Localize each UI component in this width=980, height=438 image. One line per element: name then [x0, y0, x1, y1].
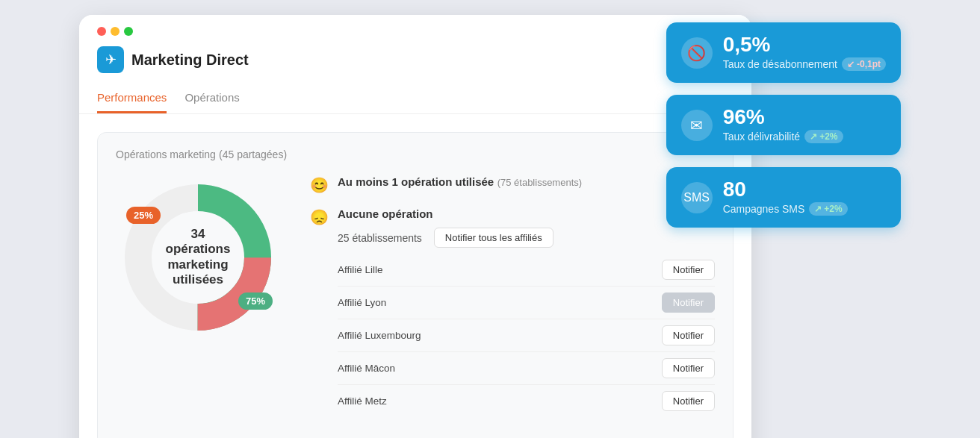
stat-label-row-0: Taux de désabonnement ↙ -0,1pt	[723, 57, 886, 71]
ops-emoji-1: 😞	[310, 208, 329, 226]
stat-icon-symbol-2: SMS	[683, 191, 710, 204]
stat-info-2: 80 Campagnes SMS ↗ +2%	[723, 179, 848, 216]
window-dots	[97, 27, 734, 36]
app-icon: ✈	[97, 46, 124, 73]
section-title-text: Opérations marketing	[116, 148, 216, 160]
trend-icon-2: ↗	[814, 204, 822, 214]
affiliate-name-0: Affilié Lille	[338, 264, 383, 275]
affiliate-row-2: Affilié Luxembourg Notifier	[338, 319, 715, 352]
ops-label-0: Au moins 1 opération utilisée	[338, 175, 494, 188]
affiliates-header: 25 établissements Notifier tous les affi…	[338, 228, 715, 248]
stat-number-1: 96%	[723, 107, 843, 128]
donut-center-text: 34 opérations marketing utilisées	[166, 227, 231, 287]
app-title: Marketing Direct	[131, 51, 249, 69]
ops-emoji-0: 😊	[310, 176, 329, 194]
notify-button-3[interactable]: Notifier	[662, 358, 715, 378]
tabs: Performances Opérations	[97, 84, 734, 113]
notify-button-4[interactable]: Notifier	[662, 391, 715, 411]
trend-value-1: +2%	[819, 131, 837, 142]
affiliate-name-2: Affilié Luxembourg	[338, 330, 421, 341]
ops-item-0: 😊 Au moins 1 opération utilisée (75 étab…	[310, 175, 715, 194]
notify-all-button[interactable]: Notifier tous les affiliés	[434, 228, 553, 248]
affiliate-row-3: Affilié Mâcon Notifier	[338, 352, 715, 385]
trend-value-2: +2%	[824, 204, 842, 214]
dot-yellow[interactable]	[111, 27, 120, 36]
section-subtitle: (45 partagées)	[219, 148, 287, 160]
ops-item-text-0: Au moins 1 opération utilisée (75 établi…	[338, 175, 582, 189]
badge-25: 25%	[126, 207, 161, 224]
notify-button-2[interactable]: Notifier	[662, 325, 715, 345]
stat-change-1: ↗ +2%	[804, 130, 843, 143]
stat-number-2: 80	[723, 179, 848, 200]
stat-icon-1: ✉	[681, 110, 713, 141]
section-card: Opérations marketing (45 partagées)	[97, 132, 734, 438]
dot-green[interactable]	[124, 27, 133, 36]
trend-value-0: -0,1pt	[857, 59, 881, 69]
section-title: Opérations marketing (45 partagées)	[116, 148, 715, 160]
stat-info-1: 96% Taux délivrabilité ↗ +2%	[723, 107, 843, 143]
stat-label-row-2: Campagnes SMS ↗ +2%	[723, 202, 848, 216]
affiliate-row-0: Affilié Lille Notifier	[338, 254, 715, 287]
floating-cards: 🚫 0,5% Taux de désabonnement ↙ -0,1pt ✉ …	[666, 22, 901, 228]
stat-number-0: 0,5%	[723, 34, 886, 55]
affiliate-name-1: Affilié Lyon	[338, 297, 386, 308]
main-card: ✈ Marketing Direct Performances Opératio…	[79, 15, 751, 438]
stat-label-0: Taux de désabonnement	[723, 58, 837, 70]
notify-button-1: Notifier	[662, 292, 715, 313]
content-row: 34 opérations marketing utilisées 25% 75…	[116, 175, 715, 431]
affiliates-count: 25 établissements	[338, 232, 422, 244]
content: Opérations marketing (45 partagées)	[79, 114, 751, 438]
stat-label-2: Campagnes SMS	[723, 203, 805, 215]
dot-red[interactable]	[97, 27, 106, 36]
affiliates-section: 25 établissements Notifier tous les affi…	[338, 228, 715, 417]
stat-change-0: ↙ -0,1pt	[842, 57, 886, 71]
stat-icon-0: 🚫	[681, 37, 713, 69]
ops-item-text-1: Aucune opération 25 établissements Notif…	[338, 207, 715, 417]
stat-change-2: ↗ +2%	[809, 202, 847, 216]
affiliate-row-1: Affilié Lyon Notifier	[338, 287, 715, 319]
app-icon-symbol: ✈	[105, 51, 117, 68]
stat-label-row-1: Taux délivrabilité ↗ +2%	[723, 130, 843, 143]
tab-operations[interactable]: Opérations	[184, 84, 239, 113]
stat-info-0: 0,5% Taux de désabonnement ↙ -0,1pt	[723, 34, 886, 71]
stat-card-1: ✉ 96% Taux délivrabilité ↗ +2%	[666, 95, 901, 155]
affiliate-name-3: Affilié Mâcon	[338, 363, 395, 374]
stat-label-1: Taux délivrabilité	[723, 131, 801, 143]
stat-icon-2: SMS	[681, 182, 713, 213]
ops-item-1: 😞 Aucune opération 25 établissements Not…	[310, 207, 715, 417]
affiliate-name-4: Affilié Metz	[338, 395, 387, 407]
outer-wrapper: ✈ Marketing Direct Performances Opératio…	[79, 15, 901, 438]
stat-card-2: SMS 80 Campagnes SMS ↗ +2%	[666, 167, 901, 228]
trend-icon-1: ↗	[810, 131, 817, 142]
affiliate-row-4: Affilié Metz Notifier	[338, 385, 715, 417]
trend-icon-0: ↙	[847, 59, 855, 69]
ops-list: 😊 Au moins 1 opération utilisée (75 étab…	[310, 175, 715, 431]
ops-sub-0: (75 établissements)	[497, 177, 582, 188]
tab-performances[interactable]: Performances	[97, 84, 167, 113]
ops-label-1: Aucune opération	[338, 207, 433, 220]
stat-card-0: 🚫 0,5% Taux de désabonnement ↙ -0,1pt	[666, 22, 901, 83]
stat-icon-symbol-1: ✉	[690, 116, 703, 134]
donut-chart: 34 opérations marketing utilisées 25% 75…	[116, 175, 280, 340]
app-header: ✈ Marketing Direct	[97, 46, 734, 73]
notify-button-0[interactable]: Notifier	[662, 260, 715, 280]
donut-center: 34 opérations marketing utilisées	[157, 227, 239, 288]
badge-75: 75%	[238, 292, 273, 310]
stat-icon-symbol-0: 🚫	[687, 44, 706, 62]
title-bar: ✈ Marketing Direct Performances Opératio…	[79, 15, 751, 114]
